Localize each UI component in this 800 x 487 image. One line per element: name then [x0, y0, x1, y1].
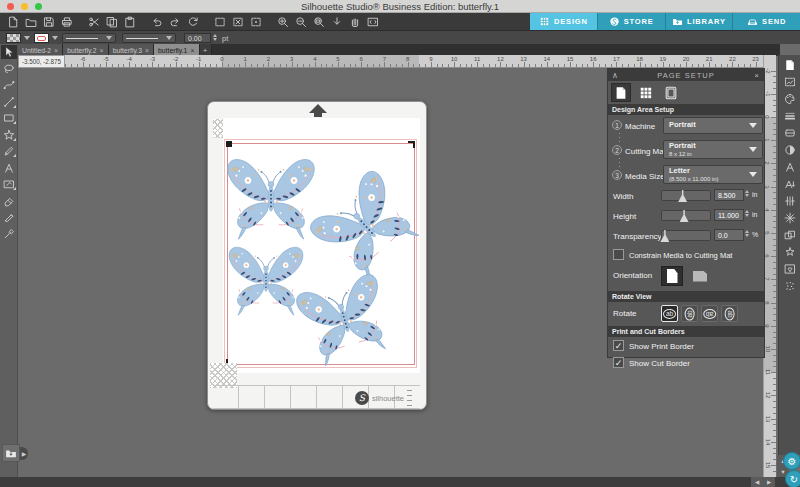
modify-panel-button[interactable]	[782, 210, 798, 225]
cutting-mat-dropdown[interactable]: Portrait8 x 12 in	[663, 140, 763, 159]
preferences-button[interactable]: ⚙	[783, 452, 800, 470]
transparency-slider[interactable]	[661, 230, 711, 241]
fill-color-swatch[interactable]	[6, 33, 21, 43]
cut-button[interactable]	[86, 14, 101, 29]
tab-design-area[interactable]	[611, 83, 631, 102]
scroll-right-button[interactable]: ▶	[763, 477, 775, 487]
paste-button[interactable]	[122, 14, 137, 29]
nav-tab-send[interactable]: SEND	[732, 13, 800, 30]
text-tool[interactable]	[1, 161, 17, 175]
trace-panel-button[interactable]	[782, 278, 798, 293]
nav-tab-library[interactable]: LIBRARY	[665, 13, 733, 30]
orientation-landscape-button[interactable]	[689, 266, 711, 286]
close-panel-icon[interactable]: ×	[754, 71, 760, 80]
deselect-all-button[interactable]	[230, 14, 245, 29]
height-input[interactable]: 11.000	[714, 209, 744, 221]
eraser-tool[interactable]	[1, 194, 17, 208]
select-tool[interactable]	[1, 45, 17, 59]
draw-rectangle-tool[interactable]	[1, 111, 17, 125]
stipple-panel-button[interactable]	[782, 261, 798, 276]
transparency-input[interactable]: 0.0	[714, 229, 744, 241]
selection-options-button[interactable]	[248, 14, 263, 29]
nav-tab-design[interactable]: DESIGN	[530, 13, 597, 30]
transform-panel-button[interactable]	[782, 193, 798, 208]
fill-color-panel-button[interactable]	[782, 91, 798, 106]
freehand-tool[interactable]	[1, 144, 17, 158]
close-tab-icon[interactable]: ×	[145, 47, 149, 54]
line-style-dropdown[interactable]	[62, 33, 116, 43]
draw-line-tool[interactable]	[1, 95, 17, 109]
width-stepper[interactable]	[745, 190, 749, 197]
nav-tab-store[interactable]: STORE	[597, 13, 665, 30]
copy-button[interactable]	[104, 14, 119, 29]
line-color-swatch[interactable]	[34, 33, 49, 43]
character-options-panel-button[interactable]	[782, 176, 798, 191]
flyout-expand-handle[interactable]: ▶	[20, 447, 28, 460]
portrait-page-icon	[667, 269, 678, 283]
fill-style-panel-button[interactable]	[782, 125, 798, 140]
fill-color-caret-icon[interactable]	[24, 36, 30, 40]
image-effects-panel-button[interactable]	[782, 142, 798, 157]
rotate-270-button[interactable]: ab	[721, 305, 738, 322]
line-style-panel-button[interactable]	[782, 108, 798, 123]
rotate-label: Rotate	[613, 309, 637, 318]
open-button[interactable]	[23, 14, 38, 29]
close-tab-icon[interactable]: ×	[190, 47, 194, 54]
save-button[interactable]	[41, 14, 56, 29]
stroke-width-stepper[interactable]	[213, 34, 217, 41]
zoom-selection-button[interactable]	[311, 14, 326, 29]
print-button[interactable]	[59, 14, 74, 29]
edit-points-tool[interactable]	[1, 78, 17, 92]
offset-panel-button[interactable]	[782, 244, 798, 259]
tab-registration-marks[interactable]	[661, 83, 681, 102]
show-print-border-checkbox[interactable]: ✓	[613, 340, 624, 351]
star-icon	[3, 129, 15, 141]
width-input[interactable]: 8.500	[714, 189, 744, 201]
knife-tool[interactable]	[1, 210, 17, 224]
redo-all-button[interactable]	[185, 14, 200, 29]
library-flyout-button[interactable]	[2, 444, 20, 462]
close-tab-icon[interactable]: ×	[100, 47, 104, 54]
corner-style-dropdown[interactable]	[122, 33, 176, 43]
drag-zoom-button[interactable]	[329, 14, 344, 29]
arrowdown-icon	[331, 16, 343, 28]
close-tab-icon[interactable]: ×	[54, 47, 58, 54]
text-style-panel-button[interactable]	[782, 159, 798, 174]
nav-tab-label: STORE	[624, 17, 654, 26]
zoom-out-button[interactable]	[293, 14, 308, 29]
constrain-media-checkbox[interactable]	[613, 249, 624, 260]
transparency-stepper[interactable]	[745, 230, 749, 237]
rotate-180-button[interactable]: ab	[701, 305, 718, 322]
machine-dropdown[interactable]: Portrait	[663, 117, 763, 134]
select-all-button[interactable]	[212, 14, 227, 29]
zoom-in-button[interactable]	[275, 14, 290, 29]
chevron-down-icon	[106, 36, 112, 40]
height-stepper[interactable]	[745, 210, 749, 217]
undo-button[interactable]	[149, 14, 164, 29]
stroke-width-input[interactable]: 0.00	[184, 33, 211, 43]
notes-tool[interactable]	[1, 177, 17, 191]
corner-style-value	[126, 38, 158, 39]
collapse-panel-icon[interactable]: ∧	[612, 71, 619, 80]
orientation-portrait-button[interactable]	[661, 266, 683, 286]
scroll-left-button[interactable]: ◀	[751, 477, 763, 487]
replicate-panel-button[interactable]	[782, 227, 798, 242]
fit-to-page-button[interactable]	[365, 14, 380, 29]
line-color-caret-icon[interactable]	[52, 36, 58, 40]
pixscan-panel-button[interactable]	[782, 74, 798, 89]
new-document-button[interactable]	[5, 14, 20, 29]
eyedropper-tool[interactable]	[1, 227, 17, 241]
width-slider[interactable]	[661, 190, 711, 201]
tab-grid-settings[interactable]	[636, 83, 656, 102]
redo-button[interactable]	[167, 14, 182, 29]
draw-polygon-tool[interactable]	[1, 128, 17, 142]
media-size-dropdown[interactable]: Letter(8.500 x 11.000 in)	[663, 165, 763, 184]
pan-button[interactable]	[347, 14, 362, 29]
show-cut-border-checkbox[interactable]: ✓	[613, 357, 624, 368]
lasso-select-tool[interactable]	[1, 62, 17, 76]
rotate-0-button[interactable]: ab	[661, 305, 678, 322]
rotate-90-button[interactable]: ab	[681, 305, 698, 322]
height-slider[interactable]	[661, 210, 711, 221]
refresh-button[interactable]: ↻	[785, 470, 800, 487]
page-setup-panel-button[interactable]	[782, 57, 798, 72]
